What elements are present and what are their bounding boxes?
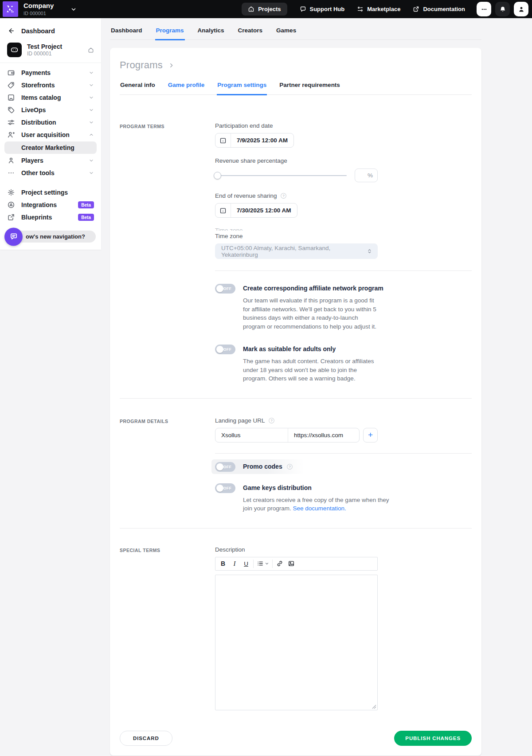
chat-bubble-icon[interactable] xyxy=(4,227,23,246)
promo-codes-toggle-row: OFF Promo codes ? xyxy=(211,459,305,474)
adults-only-toggle[interactable]: OFF xyxy=(215,345,235,354)
calendar-icon xyxy=(215,204,231,217)
slider-knob[interactable] xyxy=(214,172,221,179)
revenue-share-slider[interactable] xyxy=(215,175,347,176)
topnav-documentation[interactable]: Documentation xyxy=(413,6,465,12)
see-documentation-link[interactable]: See documentation. xyxy=(293,505,346,512)
bold-button[interactable]: B xyxy=(217,558,229,569)
chevron-down-icon xyxy=(89,120,94,125)
italic-button[interactable]: I xyxy=(229,558,240,569)
card-tabs: General info Game profile Program settin… xyxy=(120,82,472,95)
user-account-button[interactable] xyxy=(514,2,528,16)
end-of-revenue-sharing-picker[interactable]: 7/30/2025 12:00 AM xyxy=(215,203,297,218)
notifications-bell-button[interactable] xyxy=(495,2,510,16)
sidebar-item-players[interactable]: Players xyxy=(4,154,97,167)
affiliate-network-toggle[interactable]: OFF xyxy=(215,284,235,294)
more-options-button[interactable] xyxy=(477,2,491,16)
help-question-icon[interactable]: ? xyxy=(286,463,293,470)
sidebar-item-integrations[interactable]: Integrations Beta xyxy=(4,199,97,211)
landing-name-input[interactable]: Xsollus xyxy=(215,428,288,442)
gear-icon xyxy=(7,188,15,196)
adults-only-toggle-row: OFF Mark as suitable for adults only The… xyxy=(215,344,472,383)
topnav-support-hub-label: Support Hub xyxy=(310,6,345,12)
tab-dashboard[interactable]: Dashboard xyxy=(110,27,143,39)
end-of-revenue-sharing-text: End of revenue sharing xyxy=(215,192,277,199)
timezone-select[interactable]: UTC+05:00 Almaty, Karachi, Samarkand, Ye… xyxy=(215,243,378,259)
chevron-down-icon xyxy=(89,70,94,75)
topnav-documentation-label: Documentation xyxy=(423,6,465,12)
sidebar-item-payments[interactable]: Payments xyxy=(4,67,97,79)
sidebar-item-blueprints[interactable]: Blueprints Beta xyxy=(4,211,97,223)
sidebar-item-items-catalog[interactable]: Items catalog xyxy=(4,91,97,104)
tab-general-info[interactable]: General info xyxy=(120,82,156,94)
game-keys-toggle[interactable]: OFF xyxy=(215,483,235,493)
help-question-icon[interactable]: ? xyxy=(268,417,275,424)
main-content: Dashboard Programs Analytics Creators Ga… xyxy=(110,18,481,756)
tab-games[interactable]: Games xyxy=(275,27,297,39)
sidebar-item-liveops[interactable]: LiveOps xyxy=(4,104,97,116)
card-footer: DISCARD PUBLISH CHANGES xyxy=(120,731,472,750)
participation-end-date-picker[interactable]: 7/9/2025 12:00 AM xyxy=(215,133,294,148)
sidebar-item-other-tools[interactable]: Other tools xyxy=(4,167,97,179)
promo-codes-toggle[interactable]: OFF xyxy=(215,462,235,472)
add-url-button[interactable]: + xyxy=(363,428,378,443)
tab-programs[interactable]: Programs xyxy=(155,27,185,40)
landing-url-input[interactable]: https://xsollus.com xyxy=(288,428,349,442)
external-link-icon xyxy=(7,213,15,221)
tab-program-settings[interactable]: Program settings xyxy=(217,82,267,95)
ellipsis-icon xyxy=(7,169,15,177)
toggle-description: The game has adult content. Creators or … xyxy=(243,357,379,383)
chevron-up-icon xyxy=(89,132,94,137)
main-tabs: Dashboard Programs Analytics Creators Ga… xyxy=(110,18,481,40)
insert-link-button[interactable] xyxy=(274,558,286,569)
help-question-icon[interactable]: ? xyxy=(280,192,287,199)
toggle-knob xyxy=(216,285,223,292)
company-chevron-down-icon[interactable] xyxy=(70,6,77,12)
project-avatar xyxy=(7,43,22,57)
integrations-icon xyxy=(7,201,15,209)
resize-grip[interactable] xyxy=(372,705,376,709)
tab-analytics[interactable]: Analytics xyxy=(197,27,225,39)
toggle-knob xyxy=(216,346,223,353)
topnav-marketplace[interactable]: Marketplace xyxy=(357,6,400,12)
underline-button[interactable]: U xyxy=(240,558,252,569)
topnav-support-hub[interactable]: Support Hub xyxy=(300,6,345,12)
sidebar-menu: Payments Storefronts Items catalog LiveO… xyxy=(0,67,101,223)
discard-button[interactable]: DISCARD xyxy=(120,731,172,746)
insert-image-button[interactable] xyxy=(286,558,297,569)
sidebar-item-user-acquisition[interactable]: User acquisition xyxy=(4,129,97,141)
company-name: Company xyxy=(23,2,54,10)
sidebar-item-project-settings[interactable]: Project settings xyxy=(4,186,97,199)
tag-icon xyxy=(7,81,15,89)
sidebar-item-label: LiveOps xyxy=(21,106,82,114)
end-of-revenue-sharing-value: 7/30/2025 12:00 AM xyxy=(231,204,297,217)
sidebar-item-storefronts[interactable]: Storefronts xyxy=(4,79,97,91)
chevron-down-icon xyxy=(89,82,94,88)
chevron-down-icon xyxy=(89,107,94,113)
list-format-button[interactable] xyxy=(255,558,271,569)
topnav-projects[interactable]: Projects xyxy=(242,3,287,16)
back-to-dashboard[interactable]: Dashboard xyxy=(0,21,101,40)
publish-changes-button[interactable]: PUBLISH CHANGES xyxy=(394,731,472,746)
revenue-share-percent-input[interactable]: % xyxy=(355,168,378,182)
revenue-share-row: % xyxy=(215,168,378,183)
whats-new-pill[interactable]: ow's new navigation? xyxy=(4,231,96,243)
svg-text:?: ? xyxy=(270,419,272,423)
svg-text:?: ? xyxy=(289,465,290,469)
tab-game-profile[interactable]: Game profile xyxy=(168,82,205,94)
sidebar-item-distribution[interactable]: Distribution xyxy=(4,116,97,129)
toggle-state: OFF xyxy=(223,347,231,352)
user-plus-icon xyxy=(7,131,15,139)
tab-creators[interactable]: Creators xyxy=(237,27,264,39)
sidebar-item-label: Project settings xyxy=(21,189,94,196)
sidebar-item-creator-marketing[interactable]: Creator Marketing xyxy=(4,141,97,154)
project-home-icon[interactable] xyxy=(88,47,94,53)
company-logo-icon[interactable] xyxy=(3,1,18,17)
user-icon xyxy=(7,157,15,165)
revenue-share-label: Revenue share percentage xyxy=(215,157,472,164)
sidebar-item-label: Integrations xyxy=(21,201,72,208)
tab-partner-requirements[interactable]: Partner requirements xyxy=(279,82,340,94)
description-textarea[interactable] xyxy=(215,575,377,710)
project-row[interactable]: Test Project ID 000001 xyxy=(0,40,101,63)
external-link-icon xyxy=(413,6,419,12)
